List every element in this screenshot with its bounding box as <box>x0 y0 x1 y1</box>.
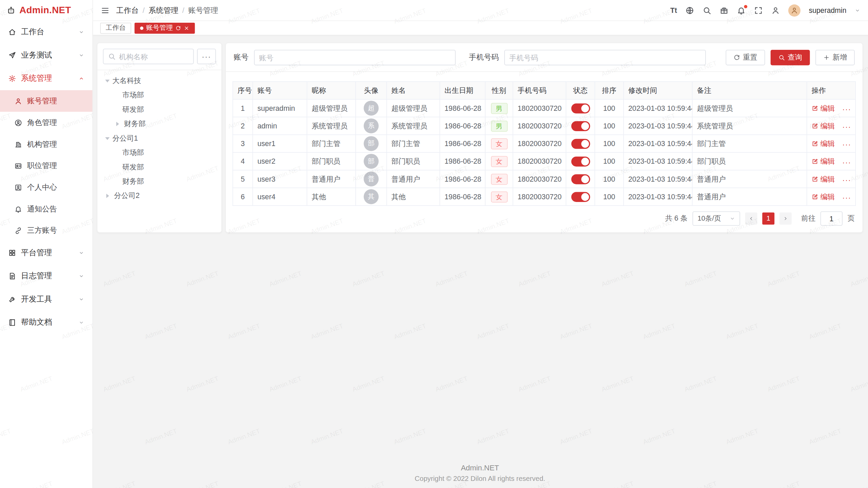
footer-title: Admin.NET <box>97 464 862 472</box>
status-toggle[interactable] <box>571 121 590 131</box>
role-icon <box>14 119 22 126</box>
tree-node-dept[interactable]: 财务部 <box>103 174 216 188</box>
col-header: 头像 <box>356 82 387 99</box>
breadcrumb-item[interactable]: 工作台 <box>116 5 139 15</box>
sidebar-item-label: 系统管理 <box>21 74 52 83</box>
tree-node-dept[interactable]: 财务部 <box>103 117 216 131</box>
sidebar-subitem-org[interactable]: 机构管理 <box>0 133 93 155</box>
sidebar-subitem-notice[interactable]: 通知公告 <box>0 198 93 220</box>
sidebar-item-platform[interactable]: 平台管理 <box>0 241 93 265</box>
avatar: 部 <box>364 154 379 169</box>
sidebar-item-business-test[interactable]: 业务测试 <box>0 44 93 67</box>
tree-node-company[interactable]: 分公司2 <box>103 189 216 203</box>
cell-avatar: 普 <box>356 170 387 188</box>
status-toggle[interactable] <box>571 103 590 113</box>
chevron-up-icon <box>79 76 84 81</box>
search-button[interactable]: 查询 <box>771 50 810 65</box>
tree-node-company[interactable]: 大名科技 <box>103 74 216 88</box>
sidebar-subitem-position[interactable]: 职位管理 <box>0 155 93 177</box>
org-search-input[interactable] <box>119 52 189 60</box>
refresh-icon[interactable] <box>176 25 181 30</box>
caret-right-icon[interactable] <box>106 194 111 198</box>
tree-node-dept[interactable]: 市场部 <box>103 88 216 102</box>
breadcrumb-item[interactable]: 系统管理 <box>149 5 178 15</box>
sidebar-subitem-role[interactable]: 角色管理 <box>0 112 93 134</box>
edit-button[interactable]: 编辑 <box>811 121 835 131</box>
language-icon[interactable] <box>685 6 694 15</box>
cell-avatar: 部 <box>356 135 387 152</box>
prev-page-button[interactable] <box>745 212 757 225</box>
table-row: 6 user4 其他 其 其他 1986-06-28 女 18020030720 <box>233 188 856 205</box>
org-more-button[interactable]: ··· <box>197 49 216 64</box>
close-icon[interactable] <box>184 25 189 30</box>
pagination-total: 共 6 条 <box>665 214 688 223</box>
sidebar-item-docs[interactable]: 帮助文档 <box>0 311 93 334</box>
col-header: 姓名 <box>387 82 440 99</box>
gift-icon[interactable] <box>720 6 729 15</box>
sidebar-item-system[interactable]: 系统管理 <box>0 67 93 90</box>
cell-birth: 1986-06-28 <box>440 152 485 170</box>
row-more-button[interactable]: ··· <box>842 123 851 131</box>
tab-workbench[interactable]: 工作台 <box>100 22 131 34</box>
tree-node-dept[interactable]: 研发部 <box>103 102 216 117</box>
tree-node-dept[interactable]: 研发部 <box>103 160 216 174</box>
edit-icon <box>811 158 818 165</box>
navigation-icon <box>8 52 16 59</box>
row-more-button[interactable]: ··· <box>842 194 851 202</box>
tree-node-company[interactable]: 分公司1 <box>103 131 216 145</box>
status-toggle[interactable] <box>571 156 590 166</box>
sidebar-item-logs[interactable]: 日志管理 <box>0 264 93 288</box>
caret-right-icon[interactable] <box>116 122 121 126</box>
fullscreen-icon[interactable] <box>754 6 763 15</box>
cell-actions: 编辑 ··· <box>807 170 856 188</box>
divider <box>226 72 863 72</box>
search-icon[interactable] <box>703 6 711 15</box>
phone-filter-input[interactable] <box>509 54 701 62</box>
edit-button[interactable]: 编辑 <box>811 103 835 113</box>
cell-account: user4 <box>253 188 307 205</box>
username[interactable]: superadmin <box>809 6 846 14</box>
cell-name: 系统管理员 <box>387 117 440 135</box>
edit-button[interactable]: 编辑 <box>811 192 835 202</box>
content: ··· 大名科技 市场部 研发部 财务部 分公司1 市场部 研发部 财务部 分公… <box>93 35 868 488</box>
cell-actions: 编辑 ··· <box>807 135 856 152</box>
chevron-down-icon[interactable] <box>855 7 860 13</box>
user-center-icon[interactable] <box>771 6 780 15</box>
edit-button[interactable]: 编辑 <box>811 139 835 148</box>
row-more-button[interactable]: ··· <box>842 176 851 184</box>
status-toggle[interactable] <box>571 139 590 148</box>
font-size-icon[interactable]: Tt <box>670 6 677 14</box>
sidebar-subitem-thirdparty[interactable]: 三方账号 <box>0 220 93 241</box>
cell-birth: 1986-06-28 <box>440 170 485 188</box>
caret-down-icon[interactable] <box>105 79 110 84</box>
avatar[interactable] <box>788 4 801 16</box>
caret-down-icon[interactable] <box>105 137 110 142</box>
row-more-button[interactable]: ··· <box>842 140 851 148</box>
status-toggle[interactable] <box>571 174 590 184</box>
row-more-button[interactable]: ··· <box>842 105 851 113</box>
menu-toggle-icon[interactable] <box>101 6 110 15</box>
sidebar-subitem-profile[interactable]: 个人中心 <box>0 177 93 198</box>
sidebar-item-label: 工作台 <box>21 27 44 37</box>
cell-name: 部门主管 <box>387 135 440 152</box>
sidebar-item-workbench[interactable]: 工作台 <box>0 20 93 44</box>
page-size-select[interactable]: 10条/页 <box>692 211 740 226</box>
add-button[interactable]: 新增 <box>815 50 855 65</box>
account-filter-input[interactable] <box>259 54 451 62</box>
gender-tag: 男 <box>491 103 507 114</box>
sidebar-item-label: 开发工具 <box>21 294 52 304</box>
sidebar-item-devtools[interactable]: 开发工具 <box>0 288 93 311</box>
row-more-button[interactable]: ··· <box>842 158 851 166</box>
reset-button[interactable]: 重置 <box>726 50 765 65</box>
next-page-button[interactable] <box>780 212 792 225</box>
goto-label: 前往 <box>801 214 815 223</box>
status-toggle[interactable] <box>571 192 590 202</box>
tree-node-dept[interactable]: 市场部 <box>103 145 216 160</box>
tab-account-active[interactable]: 账号管理 <box>135 22 195 34</box>
sidebar-subitem-account[interactable]: 账号管理 <box>0 90 93 112</box>
page-number-button[interactable]: 1 <box>762 212 774 225</box>
edit-button[interactable]: 编辑 <box>811 156 835 166</box>
bell-icon[interactable] <box>737 6 746 15</box>
goto-page-input[interactable] <box>821 211 843 226</box>
edit-button[interactable]: 编辑 <box>811 174 835 184</box>
